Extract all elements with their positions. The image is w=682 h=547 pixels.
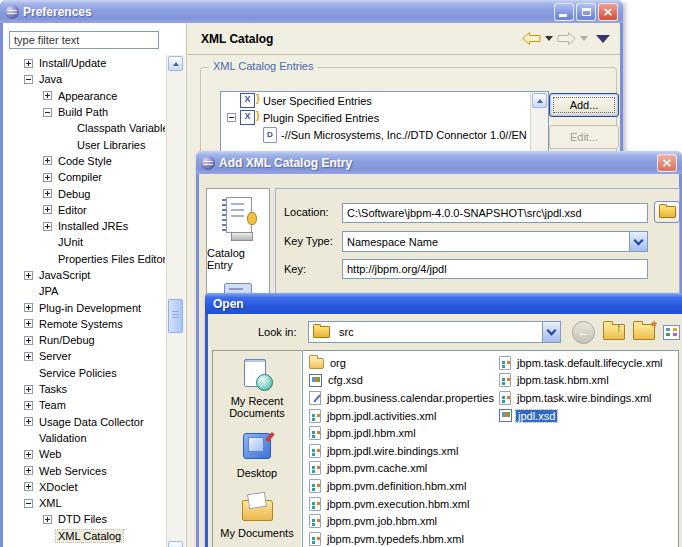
file-item-jbpm-pvm-cache-xml[interactable]: jbpm.pvm.cache.xml xyxy=(309,460,496,478)
maximize-button[interactable] xyxy=(576,3,596,21)
tree-item-run-debug[interactable]: Run/Debug xyxy=(5,332,165,348)
tree-toggle-plus-icon[interactable] xyxy=(24,466,33,475)
file-item-org[interactable]: org xyxy=(309,354,496,372)
tree-item-compiler[interactable]: Compiler xyxy=(5,169,165,185)
tree-scrollbar[interactable] xyxy=(166,55,185,547)
tree-item-java[interactable]: Java xyxy=(5,71,165,87)
tree-item-user-libraries[interactable]: User Libraries xyxy=(5,136,165,152)
tree-toggle-minus-icon[interactable] xyxy=(24,75,33,84)
look-in-select[interactable]: src xyxy=(308,321,561,343)
key-type-select[interactable]: Namespace Name xyxy=(342,231,648,252)
forward-icon[interactable] xyxy=(557,32,576,45)
tree-toggle-minus-icon[interactable] xyxy=(43,108,52,117)
filter-input[interactable] xyxy=(9,31,159,49)
new-folder-icon[interactable]: * xyxy=(633,324,655,340)
tree-toggle-plus-icon[interactable] xyxy=(24,303,33,312)
tree-toggle-plus-icon[interactable] xyxy=(24,319,33,328)
tree-item-service-policies[interactable]: Service Policies xyxy=(5,365,165,381)
place-desktop[interactable]: Desktop xyxy=(215,431,299,479)
tree-item-team[interactable]: Team xyxy=(5,397,165,413)
catalog-entry-sun-microsystems-inc-dtd-connector-1-0-en[interactable]: D-//Sun Microsystems, Inc.//DTD Connecto… xyxy=(221,126,548,143)
tree-item-debug[interactable]: Debug xyxy=(5,185,165,201)
tree-item-plug-in-development[interactable]: Plug-in Development xyxy=(5,299,165,315)
tree-toggle-plus-icon[interactable] xyxy=(43,91,52,100)
tree-item-code-style[interactable]: Code Style xyxy=(5,153,165,169)
file-item-jbpm-jpdl-hbm-xml[interactable]: jbpm.jpdl.hbm.xml xyxy=(309,424,496,442)
tree-toggle-plus-icon[interactable] xyxy=(24,59,33,68)
place-my-recent-documents[interactable]: My Recent Documents xyxy=(215,359,299,419)
place-my-documents[interactable]: My Documents xyxy=(215,491,299,539)
key-input[interactable] xyxy=(342,259,648,279)
tree-item-junit[interactable]: JUnit xyxy=(5,234,165,250)
forward-menu-icon[interactable] xyxy=(580,36,588,41)
tree-toggle-minus-icon[interactable] xyxy=(24,499,33,508)
tree-toggle-plus-icon[interactable] xyxy=(43,189,52,198)
add-dialog-titlebar[interactable]: Add XML Catalog Entry × xyxy=(196,151,682,174)
tree-item-properties-files-editor[interactable]: Properties Files Editor xyxy=(5,251,165,267)
entries-scroll-up-button[interactable] xyxy=(532,93,547,108)
file-item-jbpm-pvm-typedefs-hbm-xml[interactable]: jbpm.pvm.typedefs.hbm.xml xyxy=(309,530,496,547)
tree-item-tasks[interactable]: Tasks xyxy=(5,381,165,397)
tree-item-server[interactable]: Server xyxy=(5,348,165,364)
tree-item-web-services[interactable]: Web Services xyxy=(5,462,165,478)
dropdown-button[interactable] xyxy=(629,232,647,251)
tree-item-validation[interactable]: Validation xyxy=(5,430,165,446)
tree-item-web[interactable]: Web xyxy=(5,446,165,462)
back-icon[interactable]: ← xyxy=(572,321,595,344)
tree-item-usage-data-collector[interactable]: Usage Data Collector xyxy=(5,414,165,430)
tree-toggle-plus-icon[interactable] xyxy=(43,205,52,214)
file-item-jbpm-task-default-lifecycle-xml[interactable]: jbpm.task.default.lifecycle.xml xyxy=(499,354,665,372)
open-dialog-titlebar[interactable]: Open xyxy=(205,293,682,314)
file-item-jbpm-task-wire-bindings-xml[interactable]: jbpm.task.wire.bindings.xml xyxy=(499,389,665,407)
location-input[interactable] xyxy=(342,203,648,223)
tree-item-xml[interactable]: XML xyxy=(5,495,165,511)
file-item-jbpm-jpdl-wire-bindings-xml[interactable]: jbpm.jpdl.wire.bindings.xml xyxy=(309,442,496,460)
dropdown-button[interactable] xyxy=(542,322,560,342)
tree-item-javascript[interactable]: JavaScript xyxy=(5,267,165,283)
add-button[interactable]: Add... xyxy=(549,93,619,117)
tree-item-remote-systems[interactable]: Remote Systems xyxy=(5,316,165,332)
tree-toggle-plus-icon[interactable] xyxy=(24,336,33,345)
tree-toggle-minus-icon[interactable] xyxy=(227,113,236,122)
back-icon[interactable] xyxy=(522,32,541,45)
file-item-jpdl-xsd[interactable]: jpdl.xsd xyxy=(499,407,665,425)
tree-toggle-plus-icon[interactable] xyxy=(24,401,33,410)
tree-toggle-plus-icon[interactable] xyxy=(24,385,33,394)
tree-toggle-plus-icon[interactable] xyxy=(43,173,52,182)
file-item-jbpm-jpdl-activities-xml[interactable]: jbpm.jpdl.activities.xml xyxy=(309,407,496,425)
tree-toggle-plus-icon[interactable] xyxy=(24,271,33,280)
scroll-up-button[interactable] xyxy=(168,56,183,71)
tree-item-classpath-variables[interactable]: Classpath Variables xyxy=(5,120,165,136)
tree-toggle-plus-icon[interactable] xyxy=(24,482,33,491)
scroll-thumb[interactable] xyxy=(168,299,183,333)
preferences-titlebar[interactable]: Preferences × xyxy=(0,0,623,23)
tree-toggle-plus-icon[interactable] xyxy=(43,156,52,165)
tree-item-appearance[interactable]: Appearance xyxy=(5,88,165,104)
tree-item-jpa[interactable]: JPA xyxy=(5,283,165,299)
tree-item-dtd-files[interactable]: DTD Files xyxy=(5,511,165,527)
catalog-entry-user-specified-entries[interactable]: XUser Specified Entries xyxy=(221,92,548,109)
file-item-jbpm-pvm-execution-hbm-xml[interactable]: jbpm.pvm.execution.hbm.xml xyxy=(309,495,496,513)
back-menu-icon[interactable] xyxy=(545,36,553,41)
catalog-entry-plugin-specified-entries[interactable]: XPlugin Specified Entries xyxy=(221,109,548,126)
view-menu-icon[interactable] xyxy=(596,35,610,43)
tree-toggle-plus-icon[interactable] xyxy=(24,417,33,426)
tree-item-installed-jres[interactable]: Installed JREs xyxy=(5,218,165,234)
sidebar-item-catalog-entry[interactable]: Catalog Entry xyxy=(207,247,269,271)
minimize-button[interactable] xyxy=(554,3,574,21)
close-button[interactable]: × xyxy=(598,3,618,21)
catalog-entry-icon[interactable] xyxy=(218,197,258,243)
tree-item-install-update[interactable]: Install/Update xyxy=(5,55,165,71)
tree-item-editor[interactable]: Editor xyxy=(5,202,165,218)
tree-item-build-path[interactable]: Build Path xyxy=(5,104,165,120)
file-item-jbpm-business-calendar-properties[interactable]: jbpm.business.calendar.properties xyxy=(309,389,496,407)
file-list[interactable]: orgcfg.xsdjbpm.business.calendar.propert… xyxy=(302,350,679,547)
up-one-level-icon[interactable]: ↑ xyxy=(603,324,625,340)
tree-toggle-plus-icon[interactable] xyxy=(43,515,52,524)
scroll-down-button[interactable] xyxy=(168,541,183,547)
close-button[interactable]: × xyxy=(657,154,677,172)
file-item-jbpm-pvm-definition-hbm-xml[interactable]: jbpm.pvm.definition.hbm.xml xyxy=(309,477,496,495)
tree-toggle-plus-icon[interactable] xyxy=(24,450,33,459)
view-menu-icon[interactable] xyxy=(663,325,682,340)
file-item-jbpm-pvm-job-hbm-xml[interactable]: jbpm.pvm.job.hbm.xml xyxy=(309,512,496,530)
